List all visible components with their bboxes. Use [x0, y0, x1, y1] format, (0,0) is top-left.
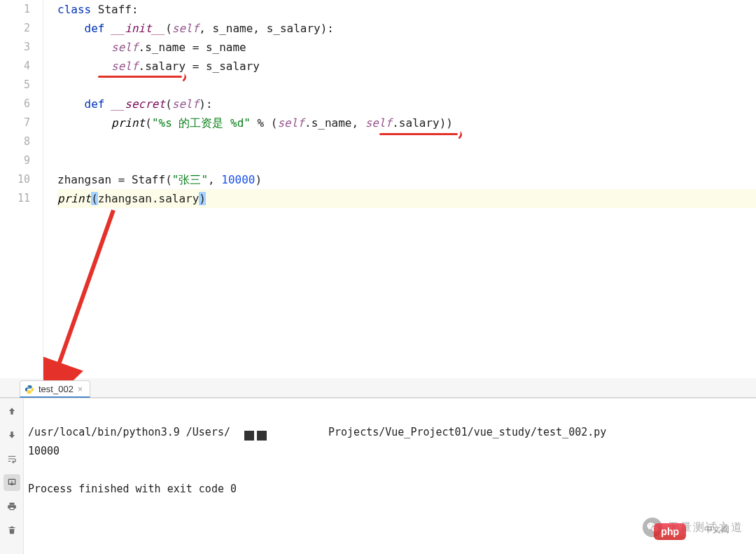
token: .s_name, [304, 116, 365, 130]
line-number: 11 [0, 189, 30, 208]
code-line[interactable]: print("%s 的工资是 %d" % (self.s_name, self.… [57, 113, 756, 132]
run-toolbar [0, 399, 24, 554]
token: ( [145, 116, 152, 130]
annotation-underline [98, 76, 182, 78]
down-arrow-icon [7, 430, 17, 440]
line-number: 5 [0, 76, 30, 95]
trash-icon [7, 525, 17, 536]
token-builtin: print [57, 192, 91, 205]
token: zhangsan.salary [98, 192, 200, 205]
code-line[interactable] [57, 76, 756, 95]
token: .salary = s_salary [139, 60, 260, 73]
token: ) [255, 173, 262, 186]
php-cn-badge: php [654, 523, 686, 540]
token-self: self [365, 116, 393, 130]
token-special: __init__ [111, 22, 165, 35]
selection: ) [199, 192, 206, 205]
code-line[interactable]: self.salary = s_salary [57, 57, 756, 76]
token: zhangsan = Staff( [57, 173, 172, 186]
code-line[interactable]: zhangsan = Staff("张三", 10000) [57, 170, 756, 189]
indent [57, 116, 111, 130]
up-arrow-icon [7, 406, 17, 416]
close-tab-icon[interactable]: × [78, 385, 83, 394]
annotation-arrow [43, 203, 183, 392]
token-self: self [277, 116, 304, 130]
run-tool-tab-bar: test_002 × [0, 378, 756, 398]
token-keyword: def [85, 97, 112, 111]
token-string: "%s 的工资是 %d" [152, 116, 251, 130]
token: ): [199, 97, 212, 111]
token: % ( [251, 116, 278, 130]
line-number: 7 [0, 113, 30, 132]
print-button[interactable] [4, 498, 20, 515]
token-string: "张三" [172, 173, 208, 186]
line-number: 10 [0, 170, 30, 189]
line-number-gutter: 1 2 3 4 5 6 7 8 9 10 11 [0, 0, 43, 378]
redacted-segment [230, 428, 328, 438]
scroll-to-end-button[interactable] [4, 474, 20, 491]
token-special: __secret [111, 97, 165, 111]
token-self: self [111, 60, 139, 73]
code-line[interactable]: self.s_name = s_name [57, 38, 756, 57]
out-line: Process finished with exit code 0 [28, 483, 237, 495]
token: , [208, 173, 221, 186]
indent [57, 97, 85, 111]
token-self: self [111, 41, 139, 54]
token: Staff: [91, 3, 138, 16]
out-cmd-suffix: Projects/Vue_Project01/vue_study/test_00… [328, 426, 606, 438]
line-number: 2 [0, 19, 30, 38]
scroll-down-button[interactable] [4, 427, 20, 443]
code-line[interactable]: def __secret(self): [57, 95, 756, 113]
python-file-icon [24, 385, 34, 394]
indent [57, 60, 111, 73]
token-builtin: print [111, 116, 145, 130]
out-cmd-prefix: /usr/local/bin/python3.9 /Users/ [28, 426, 230, 438]
token-keyword: class [57, 3, 91, 16]
token: , s_name, s_salary): [199, 22, 334, 35]
line-number: 1 [0, 0, 30, 19]
clear-all-button[interactable] [4, 522, 20, 539]
code-line[interactable]: class Staff: [57, 0, 756, 19]
scroll-up-button[interactable] [4, 403, 20, 420]
token-number: 10000 [221, 173, 255, 186]
php-cn-sub: 中文网 [704, 524, 729, 536]
token: .salary)) [392, 116, 453, 130]
token: ( [165, 22, 172, 35]
token-self: self [172, 97, 200, 111]
code-line[interactable] [57, 132, 756, 151]
export-icon [6, 478, 18, 487]
printer-icon [6, 501, 18, 511]
out-line: 10000 [28, 445, 59, 457]
annotation-underline [379, 133, 458, 135]
selection: ( [91, 192, 98, 205]
code-line[interactable] [57, 151, 756, 170]
line-number: 4 [0, 57, 30, 76]
code-editor[interactable]: 1 2 3 4 5 6 7 8 9 10 11 class Staff: def… [0, 0, 756, 378]
svg-line-0 [54, 210, 113, 378]
run-tab-label: test_002 [38, 384, 74, 394]
line-number: 9 [0, 151, 30, 170]
token: ( [165, 97, 172, 111]
token-keyword: def [85, 22, 112, 35]
line-number: 6 [0, 95, 30, 113]
line-number: 3 [0, 38, 30, 57]
token-self: self [172, 22, 200, 35]
line-number: 8 [0, 132, 30, 151]
indent [57, 22, 85, 35]
token: .s_name = s_name [139, 41, 246, 54]
run-tab-test-002[interactable]: test_002 × [20, 380, 90, 398]
soft-wrap-icon [6, 454, 18, 464]
code-line[interactable]: def __init__(self, s_name, s_salary): [57, 19, 756, 38]
indent [57, 41, 111, 54]
code-area[interactable]: class Staff: def __init__(self, s_name, … [43, 0, 756, 378]
code-line-current[interactable]: print(zhangsan.salary) [57, 189, 756, 208]
soft-wrap-button[interactable] [4, 450, 20, 467]
